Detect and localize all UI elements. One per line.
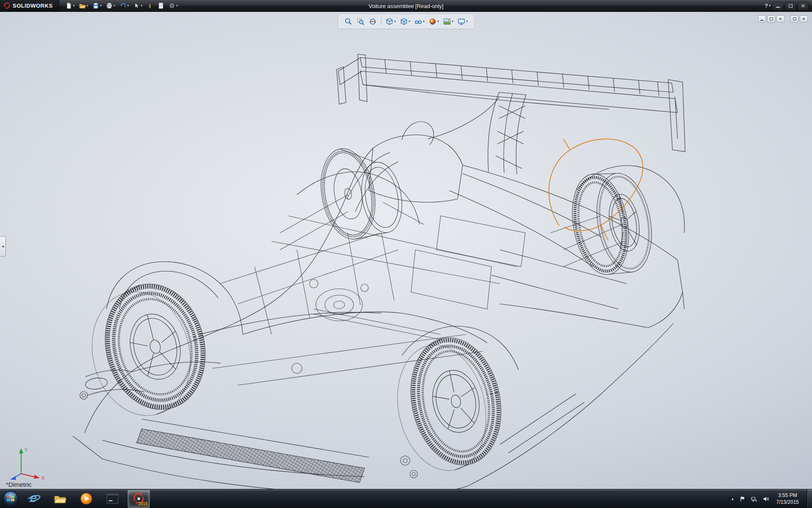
triad-x-label: X: [41, 475, 45, 480]
minimize-icon: [760, 20, 763, 21]
dropdown-caret-icon: ▾: [394, 20, 396, 23]
document-close-button[interactable]: ✕: [776, 15, 785, 22]
triad-y-label: Y: [25, 447, 28, 453]
minimize-icon: [776, 7, 780, 8]
dropdown-caret-icon: ▾: [176, 4, 178, 8]
featuremanager-flyout-tab[interactable]: ◂: [0, 236, 6, 257]
open-button[interactable]: ▾: [77, 1, 90, 11]
windows-start-orb-icon: [2, 490, 19, 507]
restore-icon: [793, 17, 796, 20]
window-controls: ? ▾ ✕: [765, 2, 812, 10]
file-properties-button[interactable]: [156, 1, 166, 11]
show-hidden-icons-button[interactable]: ▴: [729, 496, 737, 501]
file-explorer-button[interactable]: [49, 490, 71, 508]
heads-up-toolbar: ▾ ▾ ▾ ▾: [338, 15, 474, 28]
start-button[interactable]: [0, 489, 21, 508]
front-right-wheel[interactable]: [314, 140, 407, 243]
new-document-button[interactable]: ▾: [63, 1, 77, 11]
view-orientation-label: *Dimetric: [6, 481, 32, 488]
folder-icon: [53, 493, 67, 505]
document-minimize-button[interactable]: [758, 15, 766, 22]
view-settings-button[interactable]: ▾: [456, 17, 469, 27]
rebuild-traffic-light-icon: [146, 2, 154, 9]
apply-scene-button[interactable]: ▾: [442, 17, 455, 27]
dropdown-caret-icon: ▾: [466, 20, 468, 23]
restore-icon: [770, 17, 773, 20]
brand-name: SOLIDWORKS: [13, 3, 53, 9]
help-button[interactable]: ? ▾: [765, 3, 771, 9]
frame-close-button[interactable]: ✕: [800, 15, 808, 22]
action-center-button[interactable]: [737, 494, 748, 504]
solidworks-window: SOLIDWORKS ▾ ▾ ▾: [0, 0, 812, 508]
network-icon: [751, 496, 757, 502]
dropdown-caret-icon: ▾: [100, 4, 102, 8]
zoom-to-area-icon: [357, 17, 365, 26]
taskbar: e 2015: [0, 489, 812, 508]
file-properties-icon: [157, 2, 165, 9]
section-view-button[interactable]: [368, 17, 379, 27]
options-gear-icon: [168, 2, 176, 9]
orientation-triad: Y X: [7, 444, 47, 480]
document-window-controls: ✕ ✕: [758, 15, 808, 22]
media-player-button[interactable]: [75, 490, 97, 508]
save-floppy-icon: [92, 2, 99, 9]
clock-date: 7/13/2015: [776, 499, 799, 505]
rear-wing[interactable]: [337, 54, 685, 174]
select-button[interactable]: ▾: [131, 1, 144, 11]
internet-explorer-button[interactable]: e: [23, 490, 45, 508]
taskbar-clock[interactable]: 3:55 PM 7/13/2015: [772, 491, 804, 506]
undo-button[interactable]: ▾: [118, 1, 131, 11]
undo-icon: [119, 2, 126, 9]
view-settings-monitor-icon: [457, 17, 466, 26]
dropdown-caret-icon: ▾: [73, 4, 75, 8]
volume-button[interactable]: [760, 494, 772, 504]
dropdown-caret-icon: ▾: [423, 20, 425, 23]
show-desktop-button[interactable]: [807, 489, 812, 508]
view-orientation-cube-icon: [385, 17, 394, 26]
dropdown-caret-icon: ▾: [87, 4, 88, 8]
zoom-to-fit-button[interactable]: [343, 17, 354, 27]
car-body[interactable]: [73, 97, 684, 489]
hide-show-glasses-icon: [414, 17, 422, 26]
zoom-to-fit-icon: [344, 17, 353, 26]
dropdown-caret-icon: ▾: [452, 20, 453, 23]
options-button[interactable]: ▾: [167, 1, 180, 11]
graphics-area[interactable]: ▾ ▾ ▾ ▾: [0, 12, 812, 489]
restore-button[interactable]: [785, 2, 796, 10]
section-view-icon: [369, 17, 377, 26]
chassis-detail[interactable]: [212, 195, 624, 478]
dropdown-caret-icon: ▾: [437, 20, 439, 23]
internet-explorer-icon: e: [27, 492, 41, 505]
close-button[interactable]: ✕: [798, 2, 809, 10]
chevron-up-icon: ▴: [732, 497, 734, 501]
speaker-icon: [763, 496, 769, 502]
selected-edge-highlight[interactable]: [549, 139, 643, 240]
dropdown-caret-icon: ▾: [141, 4, 143, 8]
close-icon: ✕: [801, 3, 805, 9]
minimize-button[interactable]: [772, 2, 783, 10]
wireframe-model[interactable]: [0, 12, 812, 489]
clock-time: 3:55 PM: [778, 492, 797, 499]
document-restore-button[interactable]: [767, 15, 775, 22]
standard-toolbar: ▾ ▾ ▾ ▾: [59, 1, 180, 11]
solidworks-2015-button[interactable]: 2015: [128, 490, 150, 508]
solidworks-version-badge: 2015: [138, 502, 148, 506]
edit-appearance-button[interactable]: ▾: [427, 17, 440, 27]
command-prompt-button[interactable]: [102, 490, 123, 508]
display-style-button[interactable]: ▾: [398, 17, 411, 27]
flyout-arrow-icon: ◂: [2, 244, 4, 248]
view-orientation-button[interactable]: ▾: [384, 17, 397, 27]
zoom-to-area-button[interactable]: [355, 17, 366, 27]
save-button[interactable]: ▾: [91, 1, 104, 11]
apply-scene-icon: [443, 17, 451, 26]
network-button[interactable]: [748, 494, 760, 504]
print-button[interactable]: ▾: [104, 1, 117, 11]
titlebar: SOLIDWORKS ▾ ▾ ▾: [0, 0, 812, 12]
front-left-wheel[interactable]: [78, 273, 219, 426]
media-player-icon: [80, 493, 92, 505]
hide-show-items-button[interactable]: ▾: [413, 17, 426, 27]
select-cursor-icon: [133, 2, 140, 9]
frame-restore-button[interactable]: [790, 15, 798, 22]
rebuild-button[interactable]: [145, 1, 155, 11]
close-icon: ✕: [779, 17, 782, 21]
